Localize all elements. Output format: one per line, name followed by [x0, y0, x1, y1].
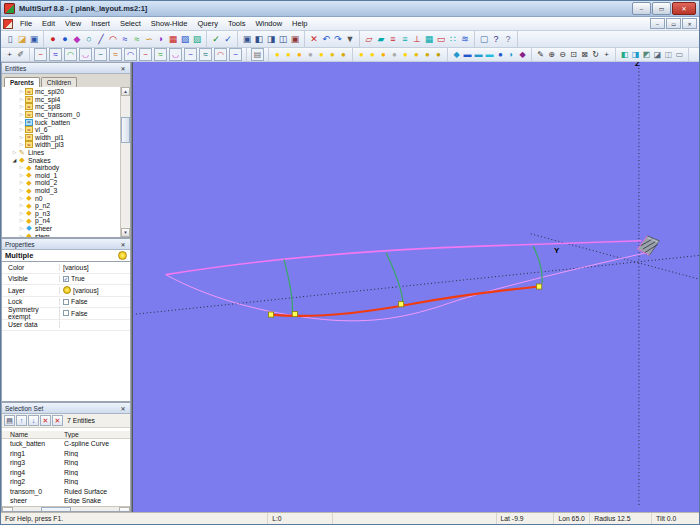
property-value[interactable]: False	[60, 310, 130, 317]
close-window-icon[interactable]: ▣	[289, 33, 301, 45]
expand-arrow-icon[interactable]: ▷	[18, 127, 25, 132]
menu-window[interactable]: Window	[250, 18, 287, 29]
context-help-icon[interactable]: ?	[502, 33, 514, 45]
expand-arrow-icon[interactable]: ▷	[11, 150, 18, 155]
expand-arrow-icon[interactable]: ▷	[18, 180, 25, 185]
expand-arrow-icon[interactable]: ▷	[18, 226, 25, 231]
hide-icon[interactable]: ●	[305, 49, 316, 60]
hull-profile-curve[interactable]	[166, 253, 648, 321]
menu-query[interactable]: Query	[192, 18, 222, 29]
show-surfaces-icon[interactable]: ●	[400, 49, 411, 60]
checkbox-icon[interactable]	[63, 299, 69, 305]
menu-edit[interactable]: Edit	[37, 18, 60, 29]
selection-row-ring4[interactable]: ring4Ring	[2, 468, 130, 478]
blend-curve-icon[interactable]: ◠	[64, 48, 77, 61]
show-curves-icon[interactable]: ●	[411, 49, 422, 60]
move-up-icon[interactable]: ↑	[16, 415, 27, 426]
ring-tool-icon[interactable]: ○	[83, 33, 95, 45]
tree-item-vl_6[interactable]: ▷≈vl_6	[2, 126, 120, 134]
expand-arrow-icon[interactable]: ▷	[18, 104, 25, 109]
show-icon[interactable]: ●	[283, 49, 294, 60]
magnet-tool-icon[interactable]: ◆	[71, 33, 83, 45]
column-type[interactable]: Type	[64, 431, 130, 438]
tree-item-p_n4[interactable]: ▷◆p_n4	[2, 217, 120, 225]
notes-icon[interactable]: ▭	[674, 49, 685, 60]
bead-tool-icon[interactable]: ●	[59, 33, 71, 45]
ring3-marker[interactable]	[292, 312, 297, 317]
snake-tool-icon[interactable]: ∽	[143, 33, 155, 45]
document-icon[interactable]	[3, 19, 13, 29]
layer-manager-icon[interactable]: ◫	[663, 49, 674, 60]
tree-item-p_n3[interactable]: ▷◆p_n3	[2, 210, 120, 218]
tree-item-mold_1[interactable]: ▷◆mold_1	[2, 172, 120, 180]
show-only-icon[interactable]: ●	[294, 49, 305, 60]
expand-arrow-icon[interactable]: ▷	[18, 218, 25, 223]
collapse-arrow-icon[interactable]: ◢	[11, 157, 18, 163]
menu-file[interactable]: File	[15, 18, 37, 29]
zoom-out-icon[interactable]: ⊖	[557, 49, 568, 60]
shaded-icon[interactable]: ▰	[375, 33, 387, 45]
viewport-canvas[interactable]: X Y Z	[133, 62, 699, 512]
show-labels-icon[interactable]: ●	[433, 49, 444, 60]
property-value[interactable]: [various]	[60, 286, 130, 294]
tree-item-fairbody[interactable]: ▷◆fairbody	[2, 164, 120, 172]
help-icon[interactable]: ?	[490, 33, 502, 45]
sub-curve-icon[interactable]: ◡	[79, 48, 92, 61]
mdi-minimize-button[interactable]: –	[650, 18, 665, 29]
tree-item-mc_transom_0[interactable]: ▷≈mc_transom_0	[2, 111, 120, 119]
rev-surface-tool-icon[interactable]: ▧	[191, 33, 203, 45]
tuck-batten-curve[interactable]	[271, 287, 539, 316]
tree-item-mc_spl20[interactable]: ▷≈mc_spl20	[2, 88, 120, 96]
selection-row-ring2[interactable]: ring2Ring	[2, 477, 130, 487]
ring4-marker[interactable]	[399, 302, 404, 307]
close-icon[interactable]: ✕	[119, 405, 127, 412]
duplicate-icon[interactable]: ◩	[641, 49, 652, 60]
menu-showhide[interactable]: Show-Hide	[146, 18, 193, 29]
expand-arrow-icon[interactable]: ▷	[18, 135, 25, 140]
expand-arrow-icon[interactable]: ▷	[18, 120, 25, 125]
expression-icon[interactable]: ~	[229, 48, 242, 61]
hide-unselected-icon[interactable]: ●	[389, 49, 400, 60]
show-parents-icon[interactable]: ●	[316, 49, 327, 60]
selection-row-ring1[interactable]: ring1Ring	[2, 449, 130, 459]
projected-curve-icon[interactable]: ≈	[49, 48, 62, 61]
mold-2-curve[interactable]	[386, 253, 403, 304]
entities-scrollbar[interactable]: ▲ ▼	[120, 87, 130, 237]
expand-arrow-icon[interactable]: ▷	[18, 211, 25, 216]
transom-surface[interactable]	[637, 236, 659, 256]
zoom-window-icon[interactable]: ⊡	[568, 49, 579, 60]
menu-select[interactable]: Select	[115, 18, 146, 29]
bcurve-tool-icon[interactable]: ≈	[119, 33, 131, 45]
normals-icon[interactable]: ⊥	[411, 33, 423, 45]
render-view-icon[interactable]: ◆	[517, 49, 528, 60]
minimize-button[interactable]: –	[632, 2, 651, 15]
check-all-icon[interactable]: ✓	[222, 33, 234, 45]
hydro-icon[interactable]: ≋	[459, 33, 471, 45]
ruled-surface-tool-icon[interactable]: ▨	[179, 33, 191, 45]
mesh-icon[interactable]: ▦	[423, 33, 435, 45]
selection-row-sheer[interactable]: sheerEdge Snake	[2, 496, 130, 506]
expand-arrow-icon[interactable]: ▷	[18, 234, 25, 237]
arc-tool-icon[interactable]: ◠	[107, 33, 119, 45]
selection-row-tuck_batten[interactable]: tuck_battenC-spline Curve	[2, 439, 130, 449]
expand-arrow-icon[interactable]: ▷	[18, 112, 25, 117]
offset-curve-icon[interactable]: ~	[34, 48, 47, 61]
mirror-curve-icon[interactable]: ≈	[109, 48, 122, 61]
restore-button[interactable]: ▭	[652, 2, 671, 15]
checkbox-icon[interactable]	[63, 310, 69, 316]
mdi-restore-button[interactable]: ▭	[666, 18, 681, 29]
tree-item-width_pl1[interactable]: ▷≈width_pl1	[2, 134, 120, 142]
perspective-view-icon[interactable]: ●	[495, 49, 506, 60]
menu-insert[interactable]: Insert	[86, 18, 115, 29]
viewport-3d[interactable]: X Y Z	[132, 62, 699, 512]
show-points-icon[interactable]: ●	[422, 49, 433, 60]
undo-icon[interactable]: ↶	[320, 33, 332, 45]
selection-row-ring3[interactable]: ring3Ring	[2, 458, 130, 468]
tab-parents[interactable]: Parents	[4, 77, 40, 87]
tile-windows-icon[interactable]: ◧	[253, 33, 265, 45]
top-view-icon[interactable]: ▬	[484, 49, 495, 60]
split-window-icon[interactable]: ◨	[265, 33, 277, 45]
snap-grid-icon[interactable]: +	[4, 49, 15, 60]
tab-children[interactable]: Children	[41, 77, 77, 87]
point-tool-icon[interactable]: ●	[47, 33, 59, 45]
